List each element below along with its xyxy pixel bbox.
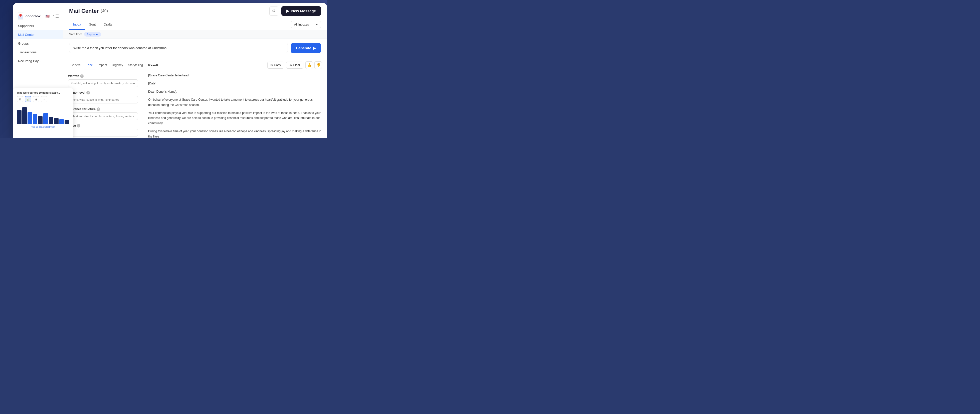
bar-2 — [27, 112, 32, 124]
thumbs-up-button[interactable]: 👍 — [305, 61, 313, 69]
hamburger-icon[interactable]: ☰ — [55, 14, 59, 19]
chart-type-pie[interactable]: ◕ — [33, 96, 39, 102]
humor-input[interactable] — [68, 96, 138, 104]
gear-button[interactable]: ⚙ — [269, 6, 278, 16]
voice-help-icon[interactable]: ? — [77, 124, 80, 127]
left-panel: General Tone Impact Urgency Storytelling — [63, 57, 143, 138]
tab-sent[interactable]: Sent — [85, 19, 100, 30]
voice-input[interactable] — [68, 129, 138, 137]
chart-type-line[interactable]: ↗ — [41, 96, 47, 102]
bar-8 — [59, 119, 64, 124]
tab-drafts[interactable]: Drafts — [100, 19, 117, 30]
ai-section: Generate ▶ — [63, 39, 327, 57]
result-actions: ⧉ Copy ⊗ Clear — [267, 62, 303, 68]
chart-link[interactable]: Top 10 donors last year — [17, 126, 69, 128]
warmth-help-icon[interactable]: ? — [80, 74, 84, 78]
warmth-field-group: Warmth ? — [68, 74, 138, 87]
thumbs-up-icon: 👍 — [307, 63, 312, 67]
sidebar-nav: Supporters Mail Center Groups Transactio… — [13, 22, 63, 65]
copy-icon: ⧉ — [270, 64, 273, 67]
sentence-structure-label: Sentence Structure ? — [68, 107, 138, 111]
chart-title: Who were our top 10 donors last y... — [17, 91, 69, 94]
chart-overlay: Who were our top 10 donors last y... ⊞ 📊… — [13, 88, 73, 138]
bar-3 — [33, 114, 37, 124]
humor-label: Humor level ? — [68, 91, 138, 94]
send-icon: ▶ — [286, 9, 290, 13]
two-panel: General Tone Impact Urgency Storytelling — [63, 57, 327, 138]
category-tabs: General Tone Impact Urgency Storytelling — [68, 61, 138, 69]
flag-icon: 🇺🇸 — [46, 14, 49, 18]
result-paragraph-2: Your contribution plays a vital role in … — [148, 110, 322, 126]
sidebar-item-mail-center[interactable]: Mail Center — [13, 30, 63, 39]
thumbs-down-icon: 👎 — [316, 63, 320, 67]
cat-tab-storytelling[interactable]: Storytelling — [126, 61, 143, 69]
main-window: donorbox 🇺🇸 En ☰ Supporters Mail Center … — [13, 3, 327, 138]
bar-chart — [17, 104, 69, 124]
sidebar-item-groups[interactable]: Groups — [13, 39, 63, 48]
warmth-label: Warmth ? — [68, 74, 138, 78]
result-line-3: Dear [Donor's Name], — [148, 89, 322, 94]
sentence-structure-input[interactable] — [68, 113, 138, 120]
donorbox-logo-icon — [17, 13, 24, 19]
result-line-1: [Grace Care Center letterhead] — [148, 73, 322, 78]
chart-type-bar[interactable]: 📊 — [25, 96, 31, 102]
sent-from-bar: Sent from Supporter — [63, 30, 327, 39]
chevron-down-icon: ▾ — [316, 23, 318, 26]
all-inboxes-dropdown[interactable]: All Inboxes ▾ — [291, 21, 321, 28]
cat-tab-general[interactable]: General — [68, 61, 84, 69]
clear-icon: ⊗ — [290, 64, 292, 67]
bar-5 — [43, 113, 48, 124]
result-title: Result — [148, 64, 267, 67]
ai-prompt-input[interactable] — [69, 43, 288, 53]
bar-7 — [54, 118, 59, 124]
result-content: [Grace Care Center letterhead] [Date] De… — [148, 73, 322, 138]
result-header: Result ⧉ Copy ⊗ Clear 👍 — [148, 61, 322, 69]
humor-help-icon[interactable]: ? — [86, 91, 90, 94]
generate-button[interactable]: Generate ▶ — [291, 43, 321, 53]
cat-tab-urgency[interactable]: Urgency — [110, 61, 126, 69]
new-message-button[interactable]: ▶ New Message — [282, 6, 321, 16]
chart-type-icons: ⊞ 📊 ◕ ↗ — [17, 96, 69, 102]
page-title: Mail Center (40) — [69, 8, 108, 14]
sent-from-badge[interactable]: Supporter — [84, 32, 101, 37]
bar-6 — [49, 117, 53, 124]
gear-icon: ⚙ — [272, 8, 275, 13]
clear-button[interactable]: ⊗ Clear — [286, 62, 303, 68]
lang-label: En — [51, 14, 54, 18]
sentence-structure-field-group: Sentence Structure ? — [68, 107, 138, 120]
sidebar-item-supporters[interactable]: Supporters — [13, 22, 63, 30]
feedback-buttons: 👍 👎 — [305, 61, 322, 69]
bar-0 — [17, 110, 22, 124]
thumbs-down-button[interactable]: 👎 — [314, 61, 322, 69]
copy-button[interactable]: ⧉ Copy — [267, 62, 284, 68]
message-count: (40) — [101, 9, 108, 13]
logo-text: donorbox — [25, 14, 41, 18]
right-panel: Result ⧉ Copy ⊗ Clear 👍 — [143, 57, 327, 138]
humor-field-group: Humor level ? — [68, 91, 138, 104]
chart-type-table[interactable]: ⊞ — [17, 96, 23, 102]
arrow-right-icon: ▶ — [313, 46, 316, 50]
tab-inbox[interactable]: Inbox — [69, 19, 85, 30]
logo-area: donorbox — [17, 13, 46, 19]
cat-tab-tone[interactable]: Tone — [84, 61, 95, 69]
bar-4 — [38, 116, 43, 124]
bar-1 — [22, 107, 27, 124]
result-paragraph-1: On behalf of everyone at Grace Care Cent… — [148, 97, 322, 107]
voice-label: Voice ? — [68, 124, 138, 127]
sidebar-top: donorbox 🇺🇸 En ☰ — [13, 8, 63, 22]
result-paragraph-3: During this festive time of year, your d… — [148, 129, 322, 138]
sidebar-item-transactions[interactable]: Transactions — [13, 48, 63, 57]
sentence-structure-help-icon[interactable]: ? — [97, 107, 100, 111]
content-area: Mail Center (40) ⚙ ▶ New Message Inbox S… — [63, 3, 327, 138]
tabs-bar: Inbox Sent Drafts All Inboxes ▾ — [63, 19, 327, 30]
bar-9 — [65, 120, 69, 124]
warmth-input[interactable] — [68, 80, 138, 87]
cat-tab-impact[interactable]: Impact — [95, 61, 110, 69]
page-header: Mail Center (40) ⚙ ▶ New Message — [63, 3, 327, 19]
sent-from-label: Sent from — [69, 33, 82, 36]
voice-field-group: Voice ? — [68, 124, 138, 137]
result-line-2: [Date] — [148, 81, 322, 86]
sidebar-item-recurring[interactable]: Recurring Pay... — [13, 57, 63, 65]
